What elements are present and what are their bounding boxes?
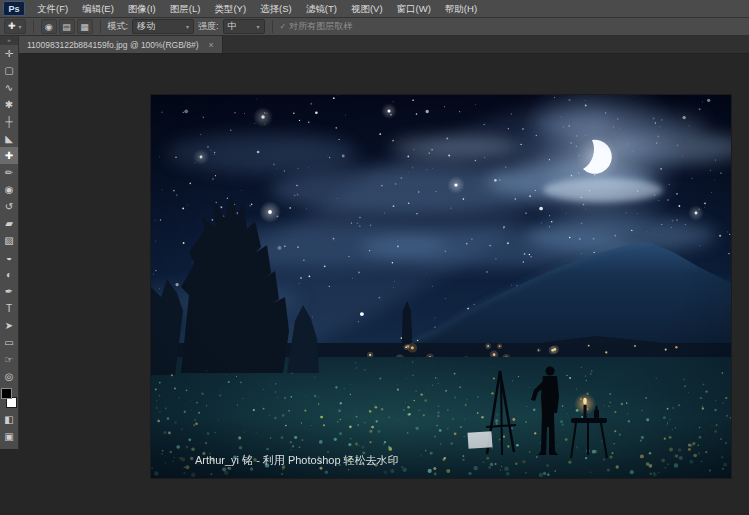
- brush-panel-toggle-icon[interactable]: ▤: [59, 19, 75, 34]
- spot-healing-brush-tool[interactable]: ✚: [0, 147, 18, 164]
- menu-item-4[interactable]: 类型(Y): [207, 0, 253, 17]
- quick-mask-button[interactable]: ◧: [0, 411, 18, 428]
- toolbar-collapse-button[interactable]: »: [0, 36, 18, 45]
- tool-buttons: ✛▢∿✱┼◣✚✏◉↺▰▧◒◐✒T➤▭☞◎: [0, 45, 18, 385]
- move-tool[interactable]: ✛: [0, 45, 18, 62]
- tools-panel-inner: » ✛▢∿✱┼◣✚✏◉↺▰▧◒◐✒T➤▭☞◎ ◧▣: [0, 36, 19, 449]
- sample-all-layers-checkbox[interactable]: ✓ 对所有图层取样: [280, 20, 353, 33]
- dodge-tool[interactable]: ◐: [0, 266, 18, 283]
- tools-panel: » ✛▢∿✱┼◣✚✏◉↺▰▧◒◐✒T➤▭☞◎ ◧▣: [0, 36, 19, 515]
- pen-tool[interactable]: ✒: [0, 283, 18, 300]
- hand-tool[interactable]: ☞: [0, 351, 18, 368]
- divider: [33, 20, 34, 33]
- photoshop-logo[interactable]: Ps: [3, 1, 25, 16]
- options-icons: ◉▤▦: [41, 19, 93, 34]
- strength-label: 强度:: [198, 20, 219, 33]
- brush-tool[interactable]: ✏: [0, 164, 18, 181]
- shape-tool[interactable]: ▭: [0, 334, 18, 351]
- chevron-down-icon: ▾: [186, 23, 189, 30]
- document-tab[interactable]: 1100983122b884159fo.jpg @ 100%(RGB/8#) ×: [19, 36, 223, 53]
- mode-label: 模式:: [108, 20, 129, 33]
- menu-item-5[interactable]: 选择(S): [253, 0, 299, 17]
- eyedropper-tool[interactable]: ◣: [0, 130, 18, 147]
- menu-item-8[interactable]: 窗口(W): [390, 0, 438, 17]
- blur-tool[interactable]: ◒: [0, 249, 18, 266]
- document-title: 1100983122b884159fo.jpg @ 100%(RGB/8#): [27, 40, 199, 50]
- workspace: » ✛▢∿✱┼◣✚✏◉↺▰▧◒◐✒T➤▭☞◎ ◧▣ 1100983122b884…: [0, 36, 749, 515]
- strength-value: 中: [228, 20, 237, 33]
- document-area: 1100983122b884159fo.jpg @ 100%(RGB/8#) ×: [19, 36, 749, 515]
- tool-extra-buttons: ◧▣: [0, 411, 18, 445]
- canvas[interactable]: Arthur_yi 铭 - 利用 Photoshop 轻松去水印: [151, 95, 731, 478]
- pasteboard: Arthur_yi 铭 - 利用 Photoshop 轻松去水印: [19, 54, 749, 515]
- mode-select[interactable]: 移动 ▾: [132, 19, 194, 34]
- eraser-tool[interactable]: ▰: [0, 215, 18, 232]
- lasso-tool[interactable]: ∿: [0, 79, 18, 96]
- menu-item-2[interactable]: 图像(I): [121, 0, 163, 17]
- screen-mode-button[interactable]: ▣: [0, 428, 18, 445]
- options-bar: ✚ ▾ ◉▤▦ 模式: 移动 ▾ 强度: 中 ▾ ✓ 对所有图层取样: [0, 18, 749, 36]
- quick-selection-tool[interactable]: ✱: [0, 96, 18, 113]
- photo-starry-night[interactable]: Arthur_yi 铭 - 利用 Photoshop 轻松去水印: [151, 95, 731, 478]
- chevron-down-icon: ▾: [19, 23, 22, 30]
- rectangular-marquee-tool[interactable]: ▢: [0, 62, 18, 79]
- type-tool[interactable]: T: [0, 300, 18, 317]
- menu-bar: Ps 文件(F)编辑(E)图像(I)图层(L)类型(Y)选择(S)滤镜(T)视图…: [0, 0, 749, 18]
- gradient-tool[interactable]: ▧: [0, 232, 18, 249]
- foreground-color-swatch[interactable]: [1, 388, 12, 399]
- zoom-tool[interactable]: ◎: [0, 368, 18, 385]
- path-selection-tool[interactable]: ➤: [0, 317, 18, 334]
- brush-preset-picker-icon[interactable]: ◉: [41, 19, 57, 34]
- chevron-down-icon: ▾: [257, 23, 260, 30]
- history-brush-tool[interactable]: ↺: [0, 198, 18, 215]
- document-tab-bar: 1100983122b884159fo.jpg @ 100%(RGB/8#) ×: [19, 36, 749, 54]
- menu-item-1[interactable]: 编辑(E): [75, 0, 121, 17]
- sample-all-layers-label: 对所有图层取样: [289, 20, 352, 33]
- menu-item-0[interactable]: 文件(F): [30, 0, 75, 17]
- checkmark-icon: ✓: [280, 22, 287, 31]
- divider: [272, 20, 273, 33]
- photoshop-window: Ps 文件(F)编辑(E)图像(I)图层(L)类型(Y)选择(S)滤镜(T)视图…: [0, 0, 749, 515]
- clone-stamp-tool[interactable]: ◉: [0, 181, 18, 198]
- divider: [100, 20, 101, 33]
- current-tool-icon: ✚: [8, 20, 16, 33]
- watermark-text: Arthur_yi 铭 - 利用 Photoshop 轻松去水印: [195, 454, 399, 466]
- strength-select[interactable]: 中 ▾: [223, 19, 265, 34]
- mode-value: 移动: [137, 20, 155, 33]
- vignette: [151, 95, 731, 478]
- crop-tool[interactable]: ┼: [0, 113, 18, 130]
- menu-item-7[interactable]: 视图(V): [344, 0, 390, 17]
- menu-items: 文件(F)编辑(E)图像(I)图层(L)类型(Y)选择(S)滤镜(T)视图(V)…: [30, 0, 484, 17]
- tool-preset-picker[interactable]: ✚ ▾: [4, 19, 26, 34]
- close-tab-icon[interactable]: ×: [209, 40, 214, 50]
- menu-item-9[interactable]: 帮助(H): [438, 0, 484, 17]
- menu-item-3[interactable]: 图层(L): [163, 0, 208, 17]
- menu-item-6[interactable]: 滤镜(T): [299, 0, 344, 17]
- pattern-picker-icon[interactable]: ▦: [77, 19, 93, 34]
- color-swatches[interactable]: [0, 387, 18, 409]
